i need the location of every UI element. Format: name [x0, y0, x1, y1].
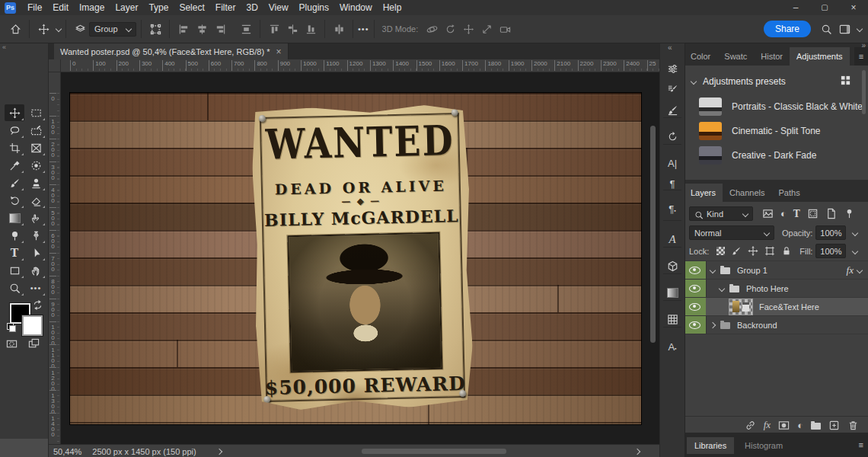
align-center-icon[interactable] — [193, 20, 211, 38]
layer-name[interactable]: Face&Text Here — [759, 302, 819, 312]
opacity-field[interactable]: 100% — [815, 225, 846, 240]
filter-smart-objects-icon[interactable] — [825, 208, 837, 219]
frame-tool[interactable] — [26, 139, 46, 156]
delete-layer-icon[interactable] — [847, 420, 859, 431]
tab-channels[interactable]: Channels — [723, 184, 771, 202]
spot-heal-tool[interactable] — [26, 157, 46, 174]
rectangle-tool[interactable] — [5, 262, 24, 279]
canvas-viewport[interactable]: WANTED DEAD OR ALIVE — ◆ — BILLY McGARDE… — [60, 72, 659, 444]
collapse-group-icon[interactable] — [719, 285, 725, 291]
layer-filter-dropdown[interactable]: Kind — [689, 206, 753, 221]
layer-row[interactable]: Group 1fx — [684, 261, 868, 280]
layer-visibility-toggle[interactable] — [684, 298, 707, 315]
marquee-tool[interactable] — [26, 104, 46, 121]
lock-pixels-icon[interactable] — [731, 245, 742, 257]
character-panel-icon[interactable]: A| — [663, 154, 681, 172]
chevron-down-icon[interactable] — [857, 26, 863, 32]
layer-visibility-toggle[interactable] — [684, 316, 707, 334]
filter-toggle-icon[interactable] — [844, 208, 855, 219]
background-color-swatch[interactable] — [22, 315, 43, 336]
distribute-vertical-icon[interactable] — [330, 20, 348, 38]
orbit-3d-icon[interactable] — [423, 20, 441, 38]
lock-all-icon[interactable] — [781, 245, 792, 257]
swap-colors-icon[interactable] — [32, 299, 43, 311]
fill-field[interactable]: 100% — [815, 244, 846, 258]
path-select-tool[interactable] — [26, 244, 46, 261]
chevron-down-icon[interactable] — [852, 229, 858, 235]
filter-pixel-layers-icon[interactable] — [762, 208, 774, 219]
pan-3d-icon[interactable] — [459, 20, 477, 38]
glyphs-panel-icon[interactable]: A — [663, 230, 681, 248]
properties-panel-icon[interactable] — [663, 59, 681, 78]
panel-menu-icon[interactable]: ≡ — [854, 47, 868, 66]
move-tool-icon[interactable] — [34, 20, 53, 38]
menu-item-edit[interactable]: Edit — [47, 0, 74, 15]
distribute-centers-icon[interactable] — [237, 20, 255, 38]
layer-styles-icon[interactable]: fx — [764, 419, 771, 431]
gradient-tool[interactable] — [5, 209, 24, 226]
filter-adjustment-layers-icon[interactable]: ◐ — [780, 209, 787, 219]
lock-position-icon[interactable] — [748, 245, 758, 257]
lock-transparency-icon[interactable] — [716, 247, 725, 255]
tab-libraries[interactable]: Libraries — [687, 437, 734, 454]
new-group-icon[interactable] — [811, 423, 821, 430]
menu-item-3d[interactable]: 3D — [241, 0, 263, 15]
blend-mode-dropdown[interactable]: Normal — [689, 225, 774, 240]
menu-item-help[interactable]: Help — [378, 0, 407, 15]
dodge-tool[interactable] — [5, 227, 24, 244]
hand-tool[interactable] — [26, 262, 46, 279]
add-mask-icon[interactable] — [778, 420, 790, 431]
menu-item-type[interactable]: Type — [143, 0, 174, 15]
panel-scrollbar[interactable] — [862, 70, 866, 114]
grid-view-icon[interactable] — [840, 75, 851, 86]
clone-source-panel-icon[interactable] — [663, 127, 681, 145]
layer-row[interactable]: Photo Here — [684, 280, 868, 298]
horizontal-scrollbar[interactable] — [232, 448, 643, 455]
gradients-panel-icon[interactable] — [663, 283, 681, 302]
eyedropper-tool[interactable] — [5, 157, 24, 174]
move-tool[interactable] — [5, 104, 24, 121]
layer-effects-icon[interactable]: fx — [847, 264, 854, 276]
preset-item[interactable]: Cinematic - Split Tone — [699, 122, 821, 140]
workspace-switcher-icon[interactable] — [835, 20, 854, 38]
history-brush-tool[interactable] — [5, 192, 24, 209]
expand-group-icon[interactable] — [710, 321, 716, 328]
menu-item-select[interactable]: Select — [174, 0, 209, 15]
layer-row[interactable]: Backround — [684, 316, 868, 334]
layer-name[interactable]: Group 1 — [737, 266, 767, 275]
layer-name[interactable]: Photo Here — [746, 284, 789, 293]
layer-thumbnail[interactable] — [729, 299, 753, 315]
vertical-ruler[interactable]: 0100200300400500600700800900100011001200… — [48, 72, 61, 444]
chevron-right-icon[interactable] — [215, 448, 222, 454]
chevron-down-icon[interactable] — [852, 248, 858, 254]
lasso-tool[interactable] — [5, 122, 24, 139]
zoom-tool[interactable] — [5, 280, 24, 296]
tab-color[interactable]: Color — [684, 47, 717, 66]
roll-3d-icon[interactable] — [441, 20, 459, 38]
layer-visibility-toggle[interactable] — [684, 280, 707, 297]
home-icon[interactable] — [6, 20, 24, 38]
panel-menu-icon[interactable]: ≡ — [859, 440, 863, 449]
layer-name[interactable]: Backround — [737, 321, 777, 330]
eraser-tool[interactable] — [26, 192, 46, 209]
tab-histogram[interactable]: Histogram — [737, 437, 790, 454]
distribute-bottom-icon[interactable] — [302, 20, 320, 38]
link-layers-icon[interactable] — [745, 420, 756, 431]
horizontal-ruler[interactable]: 0100200300400500600700800900100011001200… — [48, 59, 659, 72]
filter-type-layers-icon[interactable]: T — [793, 209, 800, 219]
menu-item-file[interactable]: File — [22, 0, 47, 15]
adjustments-presets-header[interactable]: Adjustments presets — [691, 76, 786, 87]
preset-item[interactable]: Creative - Dark Fade — [699, 146, 816, 165]
patterns-panel-icon[interactable] — [663, 310, 681, 328]
new-adjustment-layer-icon[interactable]: ◐ — [797, 420, 803, 430]
share-button[interactable]: Share — [764, 21, 811, 37]
menu-item-layer[interactable]: Layer — [110, 0, 143, 15]
brushes-panel-icon[interactable] — [663, 101, 681, 119]
collapse-group-icon[interactable] — [710, 267, 716, 273]
align-left-icon[interactable] — [174, 20, 193, 38]
object-select-tool[interactable] — [26, 122, 46, 139]
document-tab[interactable]: Wanted poster.psd @ 50,4% (Face&Text Her… — [54, 43, 289, 59]
transform-controls-icon[interactable] — [146, 20, 164, 38]
pen-tool[interactable] — [26, 227, 46, 244]
tool-preset-dropdown[interactable]: Group — [89, 22, 136, 37]
